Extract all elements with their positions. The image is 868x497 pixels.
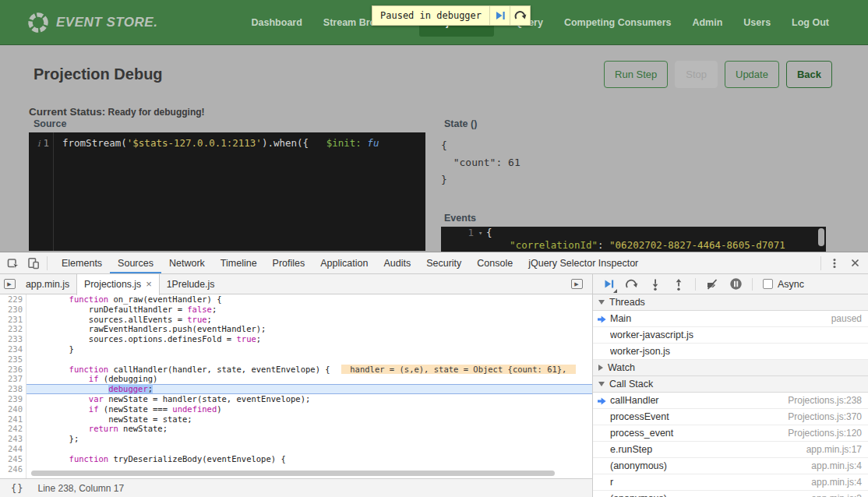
devtools-menu-button[interactable] [824, 252, 845, 273]
gutter-line-239[interactable]: 239 [0, 394, 26, 404]
tab-jquery-selector-inspector[interactable]: jQuery Selector Inspector [520, 252, 646, 273]
tab-elements[interactable]: Elements [54, 252, 110, 273]
device-toolbar-button[interactable] [23, 252, 44, 273]
gutter-line-241[interactable]: 241 [0, 414, 26, 425]
code-line-242[interactable]: return newState; [26, 424, 592, 434]
code-line-237[interactable]: if (debugging) [26, 374, 592, 384]
file-tab-app-min-js[interactable]: app.min.js [19, 274, 76, 294]
tab-timeline[interactable]: Timeline [213, 252, 265, 273]
toggle-editor-panel-button[interactable]: ▶ [567, 274, 586, 294]
nav-item-log-out[interactable]: Log Out [792, 17, 829, 28]
tab-audits[interactable]: Audits [376, 252, 418, 273]
watch-section-header[interactable]: Watch [593, 360, 868, 376]
resume-script-button[interactable] [599, 275, 618, 294]
brand[interactable]: EVENT STORE. [26, 11, 157, 34]
async-checkbox[interactable] [763, 279, 773, 289]
stack-frame-anonymous[interactable]: (anonymous)app.min.js:4 [593, 458, 868, 474]
code-line-234[interactable]: } [26, 344, 592, 354]
code-line-241[interactable]: newState = state; [26, 414, 592, 425]
nav-item-competing-consumers[interactable]: Competing Consumers [564, 17, 672, 28]
stack-frame-callhandler[interactable]: callHandlerProjections.js:238 [593, 393, 868, 409]
code-line-235[interactable] [26, 354, 592, 365]
events-line[interactable]: "correlationId": "06202702-8827-4464-860… [441, 239, 826, 252]
deactivate-breakpoints-button[interactable] [703, 275, 722, 294]
gutter-line-237[interactable]: 237 [0, 374, 26, 384]
events-scrollbar-thumb[interactable] [818, 228, 824, 246]
back-button[interactable]: Back [786, 61, 832, 88]
devtools-close-button[interactable] [845, 252, 865, 273]
events-editor[interactable]: 1▾{ "correlationId": "06202702-8827-4464… [441, 227, 826, 252]
gutter-line-233[interactable]: 233 [0, 334, 26, 344]
threads-section-header[interactable]: Threads [593, 294, 868, 311]
gutter-line-230[interactable]: 230 [0, 305, 26, 315]
stack-frame-r[interactable]: rapp.min.js:4 [593, 474, 868, 491]
gutter-line-245[interactable]: 245 [0, 454, 26, 464]
pretty-print-button[interactable]: {} [11, 483, 23, 494]
gutter-line-229[interactable]: 229 [0, 294, 26, 305]
step-into-button[interactable] [646, 275, 665, 294]
gutter-line-242[interactable]: 242 [0, 424, 26, 434]
step-out-button[interactable] [669, 275, 688, 294]
stop-button[interactable]: Stop [675, 61, 718, 88]
file-tab-1prelude-js[interactable]: 1Prelude.js [160, 274, 222, 294]
gutter-line-240[interactable]: 240 [0, 404, 26, 414]
code-line-231[interactable]: sources.allEvents = true; [26, 315, 592, 325]
banner-step-over-button[interactable] [510, 6, 530, 25]
code-line-240[interactable]: if (newState === undefined) [26, 404, 592, 414]
code-line-239[interactable]: var newState = handler(state, eventEnvel… [26, 394, 592, 404]
tab-sources[interactable]: Sources [110, 252, 161, 273]
thread-worker-json-js[interactable]: worker-json.js [593, 344, 868, 360]
gutter-line-236[interactable]: 236 [0, 365, 26, 375]
stack-frame-process-event[interactable]: process_eventProjections.js:120 [593, 425, 868, 442]
update-button[interactable]: Update [725, 61, 779, 88]
gutter-line-235[interactable]: 235 [0, 354, 26, 365]
code-line-230[interactable]: runDefaultHandler = false; [26, 305, 592, 315]
gutter-line-234[interactable]: 234 [0, 344, 26, 354]
call-stack-section-header[interactable]: Call Stack [593, 376, 868, 393]
tab-profiles[interactable]: Profiles [265, 252, 313, 273]
events-line-number[interactable]: 1 [441, 227, 477, 239]
pause-on-exceptions-button[interactable] [726, 275, 745, 294]
tab-application[interactable]: Application [312, 252, 376, 273]
gutter-line-246[interactable]: 246 [0, 464, 26, 474]
inspect-element-button[interactable] [3, 252, 23, 273]
stack-frame-processevent[interactable]: processEventProjections.js:370 [593, 409, 868, 425]
tab-console[interactable]: Console [469, 252, 520, 273]
source-editor-gutter[interactable]: i1 [29, 132, 54, 251]
code-editor[interactable]: 2292302312322332342352362372382392402412… [0, 294, 592, 478]
source-code-editor[interactable]: i1 fromStream('$stats-127.0.0.1:2113').w… [29, 132, 425, 251]
stack-frame-e-runstep[interactable]: e.runStepapp.min.js:17 [593, 442, 868, 458]
nav-item-admin[interactable]: Admin [692, 17, 722, 28]
fold-caret-icon[interactable]: ▾ [478, 227, 486, 239]
step-over-button[interactable] [623, 275, 641, 294]
gutter-line-244[interactable]: 244 [0, 444, 26, 454]
code-line-233[interactable]: sources.options.definesFold = true; [26, 334, 592, 344]
tab-network[interactable]: Network [161, 252, 213, 273]
code-line-236[interactable]: function callHandler(handler, state, eve… [26, 365, 592, 375]
nav-item-dashboard[interactable]: Dashboard [252, 17, 302, 28]
thread-worker-javascript-js[interactable]: worker-javascript.js [593, 327, 868, 344]
file-tab-projections-js[interactable]: Projections.js× [76, 274, 160, 295]
banner-resume-script-button[interactable] [489, 6, 510, 25]
run-step-button[interactable]: Run Step [604, 61, 668, 88]
gutter-line-232[interactable]: 232 [0, 324, 26, 334]
gutter-line-231[interactable]: 231 [0, 315, 26, 325]
fold-caret-icon[interactable] [478, 239, 486, 252]
code-gutter[interactable]: 2292302312322332342352362372382392402412… [0, 294, 26, 478]
thread-main[interactable]: Mainpaused [593, 311, 868, 327]
code-line-232[interactable]: rawEventHandlers.push(eventHandler); [26, 324, 592, 334]
gutter-line-243[interactable]: 243 [0, 434, 26, 444]
gutter-line-238[interactable]: 238 [0, 384, 26, 394]
code-line-245[interactable]: function tryDeserializeBody(eventEnvelop… [26, 454, 592, 464]
nav-item-users[interactable]: Users [743, 17, 771, 28]
code-line-238[interactable]: debugger; [26, 384, 592, 394]
horizontal-scrollbar-thumb[interactable] [31, 471, 555, 476]
stack-frame-anonymous[interactable]: (anonymous)app.min.js:3 [593, 491, 868, 497]
tab-security[interactable]: Security [418, 252, 469, 273]
code-line-244[interactable] [26, 444, 592, 454]
events-line[interactable]: 1▾{ [441, 227, 826, 239]
close-tab-icon[interactable]: × [146, 280, 152, 288]
code-line-229[interactable]: function on_raw(eventHandler) { [26, 294, 592, 305]
events-line-number[interactable] [441, 239, 477, 252]
toggle-navigator-button[interactable]: ▶ [0, 274, 19, 294]
